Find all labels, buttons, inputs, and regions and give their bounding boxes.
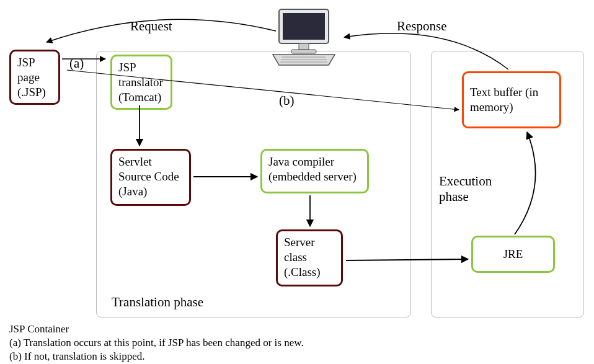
jsp-translator-text: JSP translator (Tomcat): [118, 61, 163, 104]
execution-phase-label: Execution phase: [439, 174, 501, 205]
footer-note-b: (b) If not, translation is skipped.: [9, 350, 304, 363]
servlet-source-box: Servlet Source Code (Java): [110, 149, 191, 206]
server-class-box: Server class (.Class): [276, 229, 343, 286]
jsp-page-box: JSP page (.JSP): [9, 50, 60, 105]
footer-note-a: (a) Translation occurs at this point, if…: [9, 336, 304, 350]
footer-notes: JSP Container (a) Translation occurs at …: [9, 322, 304, 363]
svg-rect-1: [283, 13, 325, 40]
jsp-page-text: JSP page (.JSP): [17, 56, 46, 99]
text-buffer-box: Text buffer (in memory): [462, 71, 561, 128]
request-text: Request: [130, 19, 172, 33]
jre-text: JRE: [503, 247, 523, 262]
servlet-source-text: Servlet Source Code (Java): [118, 155, 179, 198]
jre-box: JRE: [471, 236, 555, 273]
label-b-text: (b): [279, 93, 295, 108]
label-b: (b): [279, 93, 295, 109]
translation-phase-text: Translation phase: [112, 295, 203, 309]
text-buffer-text: Text buffer (in memory): [470, 85, 553, 115]
java-compiler-box: Java compiler (embedded server): [260, 149, 369, 193]
svg-rect-2: [299, 43, 309, 50]
translation-phase-label: Translation phase: [112, 295, 203, 310]
svg-rect-3: [291, 50, 316, 53]
server-class-text: Server class (.Class): [284, 236, 321, 278]
computer-icon: [267, 6, 341, 71]
jsp-translator-box: JSP translator (Tomcat): [110, 55, 172, 110]
response-label: Response: [397, 19, 447, 34]
java-compiler-text: Java compiler (embedded server): [268, 155, 357, 183]
footer-container: JSP Container: [9, 322, 304, 336]
label-a-text: (a): [69, 56, 84, 71]
response-text: Response: [397, 19, 447, 33]
label-a: (a): [69, 56, 84, 71]
request-label: Request: [130, 19, 172, 34]
execution-phase-text: Execution phase: [439, 174, 492, 204]
